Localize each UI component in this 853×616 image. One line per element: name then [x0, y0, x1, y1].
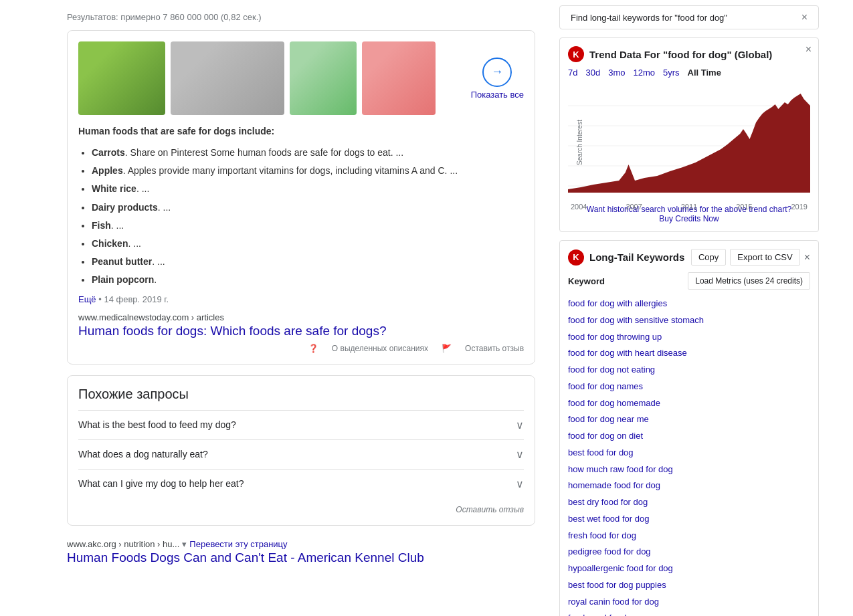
k-badge: K	[568, 46, 584, 62]
y-axis-label: Search Interest	[576, 120, 583, 165]
keywords-k-badge: K	[568, 249, 584, 266]
trend-header: K Trend Data For "food for dog" (Global)	[568, 46, 810, 62]
related-question-2[interactable]: What does a dog naturally eat? ∨	[78, 439, 524, 469]
akc-breadcrumb: www.akc.org › nutrition › hu...	[67, 539, 179, 549]
list-item: best wet food for dog	[568, 510, 810, 527]
related-question-1[interactable]: What is the best food to feed my dog? ∨	[78, 410, 524, 439]
tab-7d[interactable]: 7d	[568, 68, 577, 78]
keyword-link[interactable]: fresh food for dog	[568, 530, 636, 540]
keywords-title: Long-Tail Keywords	[589, 251, 686, 263]
trend-link-line2[interactable]: Buy Credits Now	[568, 214, 810, 223]
keyword-link[interactable]: food for dog homemade	[568, 398, 660, 408]
keyword-link[interactable]: best food for dog	[568, 447, 634, 457]
list-item: food for dog with sensitive stomach	[568, 312, 810, 328]
akc-title[interactable]: Human Foods Dogs Can and Can't Eat - Ame…	[67, 550, 535, 565]
keyword-link[interactable]: best dry food for dog	[568, 497, 648, 507]
keywords-header: K Long-Tail Keywords Copy Export to CSV …	[568, 249, 810, 266]
related-title: Похожие запросы	[78, 387, 524, 402]
related-feedback: Оставить отзыв	[78, 504, 524, 514]
image-row: → Показать все	[78, 41, 524, 115]
keyword-link[interactable]: pedigree food for dog	[568, 546, 651, 556]
keyword-link[interactable]: food for dog throwing up	[568, 332, 662, 342]
keyword-link[interactable]: food good for dog	[568, 613, 636, 616]
keywords-close-button[interactable]: ×	[804, 251, 810, 264]
more-link[interactable]: Ещё	[78, 294, 96, 304]
source-url: www.medicalnewstoday.com › articles	[78, 312, 524, 322]
keyword-link[interactable]: food for dog names	[568, 381, 643, 391]
keyword-link[interactable]: food for dog on diet	[568, 431, 643, 441]
feedback-review-link[interactable]: Оставить отзыв	[465, 344, 524, 353]
more-date: • 14 февр. 2019 г.	[98, 294, 169, 304]
find-keywords-close-button[interactable]: ×	[801, 11, 808, 23]
right-sidebar: Find long-tail keywords for "food for do…	[549, 0, 830, 616]
related-question-3-text: What can I give my dog to help her eat?	[78, 478, 244, 489]
tab-alltime[interactable]: All Time	[688, 68, 721, 78]
feedback-descriptions-link[interactable]: О выделенных описаниях	[332, 344, 428, 353]
related-question-3[interactable]: What can I give my dog to help her eat? …	[78, 469, 524, 498]
list-item: food good for dog	[568, 609, 810, 616]
list-item: food for dog with allergies	[568, 295, 810, 312]
list-item: Peanut butter. ...	[92, 253, 524, 270]
x-label-2004: 2004	[571, 203, 587, 211]
keyword-link[interactable]: food for dog near me	[568, 414, 649, 424]
show-all-label: Показать все	[471, 90, 524, 100]
find-keywords-box: Find long-tail keywords for "food for do…	[559, 5, 819, 29]
tab-5yrs[interactable]: 5yrs	[663, 68, 680, 78]
chevron-down-icon-2: ∨	[516, 448, 524, 461]
translate-link[interactable]: Перевести эту страницу	[189, 539, 287, 549]
keyword-list: food for dog with allergies food for dog…	[568, 295, 810, 616]
show-all-arrow-icon: →	[482, 58, 512, 87]
keyword-link[interactable]: best food for dog puppies	[568, 580, 666, 590]
list-item: White rice. ...	[92, 181, 524, 197]
show-all-button[interactable]: → Показать все	[471, 58, 524, 100]
copy-button[interactable]: Copy	[691, 249, 726, 266]
tab-30d[interactable]: 30d	[585, 68, 600, 78]
keyword-link[interactable]: best wet food for dog	[568, 514, 649, 524]
list-item: best food for dog	[568, 444, 810, 461]
tab-3mo[interactable]: 3mo	[608, 68, 625, 78]
x-label-2019: 2019	[791, 203, 808, 211]
akc-result: www.akc.org › nutrition › hu... ▾ Переве…	[67, 536, 535, 568]
tab-12mo[interactable]: 12mo	[633, 68, 655, 78]
snippet-source: www.medicalnewstoday.com › articles Huma…	[78, 312, 524, 338]
list-item: best food for dog puppies	[568, 577, 810, 593]
snippet-image-2	[171, 41, 284, 115]
featured-snippet: → Показать все Human foods that are safe…	[67, 30, 535, 365]
list-item: food for dog near me	[568, 411, 810, 427]
keyword-link[interactable]: food for dog with heart disease	[568, 348, 687, 358]
list-item: food for dog homemade	[568, 395, 810, 411]
list-item: fresh food for dog	[568, 527, 810, 544]
keyword-link[interactable]: homemade food for dog	[568, 480, 660, 490]
akc-url: www.akc.org › nutrition › hu... ▾ Переве…	[67, 539, 535, 549]
dropdown-icon[interactable]: ▾	[182, 539, 187, 549]
x-label-2007: 2007	[626, 203, 642, 211]
keyword-link[interactable]: food for dog with sensitive stomach	[568, 315, 704, 325]
list-item: royal canin food for dog	[568, 593, 810, 610]
keyword-link[interactable]: hypoallergenic food for dog	[568, 563, 673, 573]
related-question-1-text: What is the best food to feed my dog?	[78, 419, 236, 430]
list-item: food for dog not eating	[568, 361, 810, 378]
export-csv-button[interactable]: Export to CSV	[730, 249, 799, 266]
trend-close-button[interactable]: ×	[805, 43, 812, 56]
time-tabs: 7d 30d 3mo 12mo 5yrs All Time	[568, 68, 810, 78]
keyword-link[interactable]: royal canin food for dog	[568, 597, 659, 607]
source-title[interactable]: Human foods for dogs: Which foods are sa…	[78, 324, 524, 338]
question-icon: ❓	[308, 344, 318, 353]
list-item: Dairy products. ...	[92, 199, 524, 216]
keywords-panel: K Long-Tail Keywords Copy Export to CSV …	[559, 240, 819, 616]
x-axis-labels: 2004 2007 2011 2015 2019	[568, 203, 810, 211]
keyword-link[interactable]: how much raw food for dog	[568, 464, 673, 474]
list-item: Carrots. Share on Pinterest Some human f…	[92, 144, 524, 161]
related-questions-section: Похожие запросы What is the best food to…	[67, 375, 535, 526]
list-item: homemade food for dog	[568, 477, 810, 494]
keyword-link[interactable]: food for dog not eating	[568, 365, 655, 375]
snippet-list: Carrots. Share on Pinterest Some human f…	[92, 144, 524, 289]
load-metrics-button[interactable]: Load Metrics (uses 24 credits)	[688, 272, 810, 290]
find-keywords-text: Find long-tail keywords for "food for do…	[571, 13, 727, 23]
list-item: food for dog with heart disease	[568, 344, 810, 361]
trend-panel: K Trend Data For "food for dog" (Global)…	[559, 37, 819, 232]
related-feedback-link[interactable]: Оставить отзыв	[456, 505, 524, 514]
chevron-down-icon-3: ∨	[516, 478, 524, 490]
keyword-link[interactable]: food for dog with allergies	[568, 298, 667, 308]
snippet-more: Ещё • 14 февр. 2019 г.	[78, 294, 524, 304]
